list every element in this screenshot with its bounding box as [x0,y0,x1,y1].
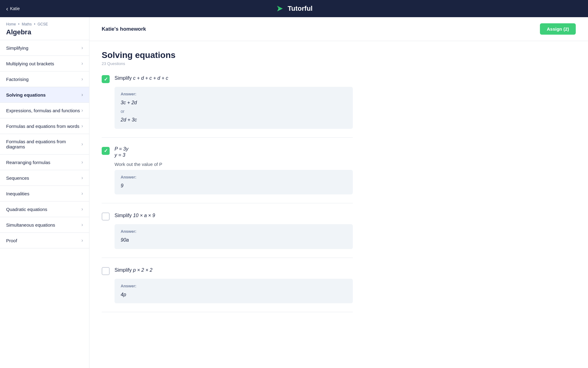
answer-box-q4: Answer: 4p [115,279,353,304]
question-text: Simplify p × 2 × 2 [115,266,153,274]
sidebar-item-sequences[interactable]: Sequences › [0,170,89,186]
question-row: P = 3yy = 3 [102,146,353,158]
answer-value: 9 [121,182,347,190]
question-block-q4: Simplify p × 2 × 2 Answer: 4p [102,266,353,312]
question-row: Simplify c + d + c + d + c [102,75,353,83]
question-block-q2: P = 3yy = 3 Work out the value of P Answ… [102,146,353,204]
chevron-right-icon: › [81,123,83,129]
sidebar-header: Home • Maths • GCSE Algebra [0,17,89,40]
chevron-right-icon: › [81,141,83,147]
answer-value: 4p [121,291,347,299]
chevron-right-icon: › [81,159,83,165]
answer-box-q1: Answer: 3c + 2dor2d + 3c [115,87,353,129]
sidebar-item-label: Formulas and equations from words [6,124,79,129]
chevron-right-icon: › [81,175,83,181]
sidebar-item-label: Formulas and equations from diagrams [6,139,81,149]
sidebar-item-label: Quadratic equations [6,207,47,212]
sidebar-item-factorising[interactable]: Factorising › [0,71,89,87]
sidebar-items-container: Simplifying › Multiplying out brackets ›… [0,40,89,248]
section-title: Solving equations [102,50,353,60]
sidebar-item-formulas-equations-words[interactable]: Formulas and equations from words › [0,118,89,134]
answer-box-q3: Answer: 90a [115,224,353,249]
homework-title: Katie's homework [102,26,146,32]
breadcrumb-home[interactable]: Home [6,22,16,26]
question-checkbox-q3[interactable] [102,213,110,220]
chevron-right-icon: › [81,238,83,243]
sidebar-item-quadratic-equations[interactable]: Quadratic equations › [0,201,89,217]
answer-value: 90a [121,236,347,244]
chevron-right-icon: › [81,76,83,82]
question-checkbox-q1[interactable] [102,75,110,83]
breadcrumb: Home • Maths • GCSE [6,22,83,26]
chevron-right-icon: › [81,222,83,228]
sidebar-item-label: Simplifying [6,45,28,51]
main-header: Katie's homework Assign (2) [89,17,588,41]
sidebar-item-rearranging-formulas[interactable]: Rearranging formulas › [0,155,89,170]
top-navigation: Katie Tutorful [0,0,588,17]
question-block-q1: Simplify c + d + c + d + c Answer: 3c + … [102,75,353,138]
question-block-q3: Simplify 10 × a × 9 Answer: 90a [102,212,353,258]
questions-container: Simplify c + d + c + d + c Answer: 3c + … [102,75,353,312]
breadcrumb-sep2: • [34,22,35,26]
breadcrumb-sep1: • [18,22,19,26]
sidebar-item-proof[interactable]: Proof › [0,233,89,248]
sidebar-item-expressions-formulas-functions[interactable]: Expressions, formulas and functions › [0,103,89,118]
question-checkbox-q2[interactable] [102,147,110,155]
main-content: Katie's homework Assign (2) Solving equa… [89,17,588,368]
app-layout: Home • Maths • GCSE Algebra Simplifying … [0,17,588,368]
question-text: Simplify 10 × a × 9 [115,212,155,219]
chevron-right-icon: › [81,108,83,113]
logo-text: Tutorful [288,5,312,13]
svg-marker-1 [277,6,283,9]
assign-button[interactable]: Assign (2) [540,23,576,35]
sidebar-item-label: Simultaneous equations [6,222,55,228]
logo: Tutorful [275,4,312,13]
sidebar-item-label: Solving equations [6,92,46,98]
sidebar-item-inequalities[interactable]: Inequalities › [0,186,89,201]
sidebar-item-label: Factorising [6,77,28,82]
sidebar-item-multiplying-out-brackets[interactable]: Multiplying out brackets › [0,56,89,71]
back-button[interactable]: Katie [6,5,20,12]
sidebar-item-simplifying[interactable]: Simplifying › [0,40,89,56]
sidebar-title: Algebra [6,28,83,36]
sidebar-item-label: Sequences [6,175,29,181]
sidebar-item-label: Proof [6,238,17,243]
sidebar-item-label: Rearranging formulas [6,160,50,165]
sidebar-item-label: Multiplying out brackets [6,61,54,66]
chevron-right-icon: › [81,92,83,98]
answer-label: Answer: [121,175,347,179]
breadcrumb-maths[interactable]: Maths [22,22,32,26]
question-row: Simplify 10 × a × 9 [102,212,353,220]
sidebar: Home • Maths • GCSE Algebra Simplifying … [0,17,89,368]
breadcrumb-gcse[interactable]: GCSE [37,22,48,26]
sidebar-item-simultaneous-equations[interactable]: Simultaneous equations › [0,217,89,233]
section-questions: 23 Questions [102,61,353,66]
chevron-right-icon: › [81,61,83,66]
answer-box-q2: Answer: 9 [115,170,353,195]
sidebar-item-formulas-equations-diagrams[interactable]: Formulas and equations from diagrams › [0,134,89,155]
question-subtext: Work out the value of P [115,162,353,167]
question-text: P = 3yy = 3 [115,146,128,158]
answer-label: Answer: [121,284,347,288]
logo-icon [275,4,285,13]
sidebar-item-label: Inequalities [6,191,29,196]
question-checkbox-q4[interactable] [102,267,110,275]
answer-label: Answer: [121,229,347,234]
chevron-right-icon: › [81,206,83,212]
back-label: Katie [10,6,20,11]
question-row: Simplify p × 2 × 2 [102,266,353,275]
sidebar-item-label: Expressions, formulas and functions [6,108,80,113]
sidebar-item-solving-equations[interactable]: Solving equations › [0,87,89,103]
answer-value: 3c + 2dor2d + 3c [121,99,347,124]
chevron-right-icon: › [81,191,83,196]
chevron-right-icon: › [81,45,83,51]
content-area: Solving equations 23 Questions Simplify … [89,41,365,330]
answer-label: Answer: [121,92,347,96]
question-text: Simplify c + d + c + d + c [115,75,168,82]
